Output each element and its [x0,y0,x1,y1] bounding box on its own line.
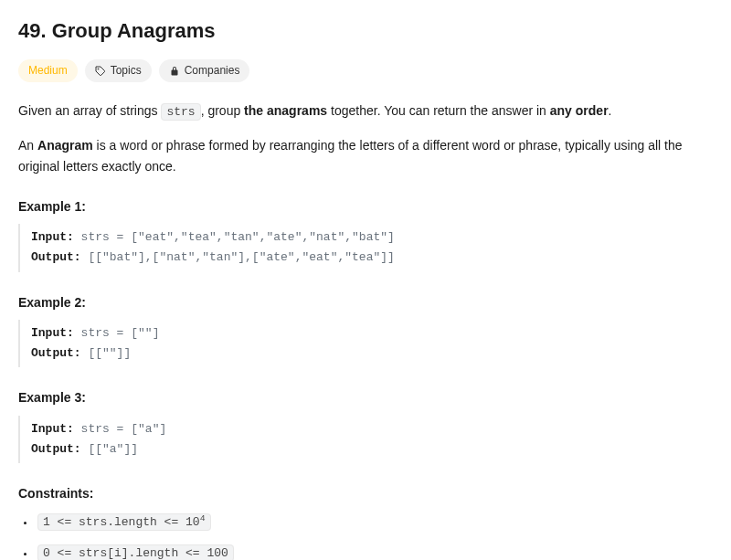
example-block: Input: strs = [""] Output: [[""]] [18,320,713,367]
problem-description: Given an array of strings strs, group th… [18,100,713,176]
inline-code: strs [161,103,200,121]
problem-title: 49. Group Anagrams [18,15,713,47]
example-block: Input: strs = ["eat","tea","tan","ate","… [18,224,713,271]
svg-point-0 [98,69,99,69]
tag-icon [95,66,106,77]
examples-section: Example 1: Input: strs = ["eat","tea","t… [18,196,713,463]
constraints-heading: Constraints: [18,483,713,503]
description-p2: An Anagram is a word or phrase formed by… [18,135,713,176]
pill-row: Medium Topics Companies [18,59,713,82]
description-p1: Given an array of strings strs, group th… [18,100,713,122]
constraints-list: 1 <= strs.length <= 104 0 <= strs[i].len… [18,511,713,560]
list-item: 0 <= strs[i].length <= 100 [24,542,713,560]
companies-label: Companies [185,62,240,79]
topics-label: Topics [111,62,142,79]
example-label: Example 1: [18,196,713,217]
example-label: Example 2: [18,292,713,312]
list-item: 1 <= strs.length <= 104 [24,511,713,533]
difficulty-pill[interactable]: Medium [18,59,78,82]
companies-pill[interactable]: Companies [159,59,250,82]
example-label: Example 3: [18,387,713,407]
inline-code: 0 <= strs[i].length <= 100 [37,544,234,560]
inline-code: 1 <= strs.length <= 104 [37,513,211,531]
topics-pill[interactable]: Topics [85,59,152,82]
lock-icon [169,66,180,77]
example-block: Input: strs = ["a"] Output: [["a"]] [18,416,713,463]
